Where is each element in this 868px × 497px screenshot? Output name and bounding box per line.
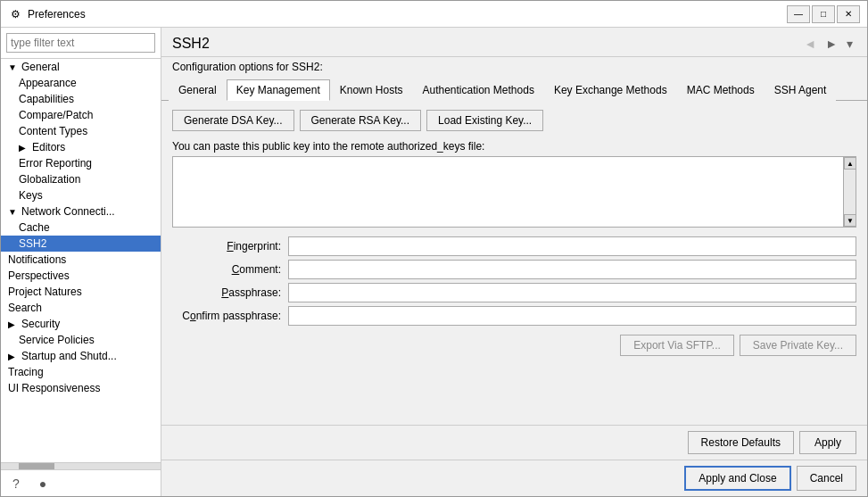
tab-key-management[interactable]: Key Management <box>227 79 330 101</box>
comment-input[interactable] <box>288 260 856 279</box>
maximize-button[interactable]: □ <box>812 5 835 23</box>
passphrase-input[interactable] <box>288 283 856 302</box>
sidebar: ▼ General Appearance Capabilities Compar… <box>1 28 161 496</box>
sidebar-item-service-policies[interactable]: Service Policies <box>1 332 161 348</box>
sidebar-item-ssh2[interactable]: SSH2 <box>1 236 161 252</box>
sidebar-item-security[interactable]: ▶ Security <box>1 316 161 332</box>
expand-icon: ▶ <box>8 319 19 329</box>
minimize-button[interactable]: — <box>787 5 810 23</box>
scroll-track <box>844 170 856 214</box>
tab-known-hosts[interactable]: Known Hosts <box>330 79 413 101</box>
comment-label: Comment: <box>172 263 288 276</box>
fingerprint-label: Fingerprint: <box>172 240 288 253</box>
nav-arrows: ◄ ► ▾ <box>800 35 856 53</box>
panel-subtitle: Configuration options for SSH2: <box>161 57 867 79</box>
comment-row: Comment: <box>172 260 856 279</box>
expand-icon: ▶ <box>8 352 19 361</box>
sidebar-item-label: Service Policies <box>19 334 95 346</box>
sidebar-item-label: Notifications <box>8 253 66 266</box>
title-bar: ⚙ Preferences — □ ✕ <box>1 1 867 28</box>
sidebar-item-label: Security <box>21 318 60 330</box>
help-button[interactable]: ? <box>6 474 26 493</box>
tab-key-exchange-methods[interactable]: Key Exchange Methods <box>544 79 677 101</box>
scroll-thumb <box>19 463 54 469</box>
sidebar-item-label: Tracing <box>8 366 44 378</box>
sidebar-item-label: Appearance <box>19 77 77 89</box>
export-sftp-button[interactable]: Export Via SFTP... <box>620 335 734 356</box>
tab-label: Authentication Methods <box>422 84 533 96</box>
sidebar-hscroll[interactable] <box>1 462 161 469</box>
sidebar-tree: ▼ General Appearance Capabilities Compar… <box>1 59 161 462</box>
sidebar-item-startup-shutdown[interactable]: ▶ Startup and Shutd... <box>1 348 161 364</box>
sidebar-item-capabilities[interactable]: Capabilities <box>1 91 161 107</box>
main-content: ▼ General Appearance Capabilities Compar… <box>1 28 867 496</box>
sidebar-item-compare-patch[interactable]: Compare/Patch <box>1 107 161 123</box>
sidebar-item-label: Globalization <box>19 173 80 186</box>
tab-ssh-agent[interactable]: SSH Agent <box>765 79 837 101</box>
sidebar-item-keys[interactable]: Keys <box>1 187 161 203</box>
nav-dropdown-button[interactable]: ▾ <box>843 35 856 53</box>
apply-button[interactable]: Apply <box>799 431 856 454</box>
generate-rsa-button[interactable]: Generate RSA Key... <box>300 110 422 131</box>
textarea-scrollbar: ▲ ▼ <box>843 157 856 227</box>
tab-general[interactable]: General <box>169 79 227 101</box>
load-existing-button[interactable]: Load Existing Key... <box>426 110 543 131</box>
paste-info-text: You can paste this public key into the r… <box>172 140 856 153</box>
sidebar-item-ui-responsiveness[interactable]: UI Responsiveness <box>1 380 161 396</box>
tab-mac-methods[interactable]: MAC Methods <box>677 79 765 101</box>
bottom-right: Restore Defaults Apply <box>688 431 856 454</box>
window-title: Preferences <box>28 8 787 21</box>
tab-authentication-methods[interactable]: Authentication Methods <box>412 79 543 101</box>
button-label: Export Via SFTP... <box>633 339 721 352</box>
sidebar-item-label: Perspectives <box>8 269 70 282</box>
settings-button[interactable]: ● <box>33 474 53 493</box>
generate-dsa-button[interactable]: Generate DSA Key... <box>172 110 294 131</box>
sidebar-item-search[interactable]: Search <box>1 300 161 316</box>
passphrase-row: Passphrase: <box>172 283 856 302</box>
sidebar-item-notifications[interactable]: Notifications <box>1 252 161 268</box>
confirm-passphrase-label: Confirm passphrase: <box>172 310 288 322</box>
sidebar-item-tracing[interactable]: Tracing <box>1 364 161 380</box>
save-private-key-button[interactable]: Save Private Key... <box>740 335 856 356</box>
expand-icon: ▼ <box>8 207 19 217</box>
public-key-textarea[interactable]: ▲ ▼ <box>172 156 856 228</box>
bottom-bar: Restore Defaults Apply <box>161 425 867 460</box>
sidebar-item-editors[interactable]: ▶ Editors <box>1 139 161 155</box>
cancel-button[interactable]: Cancel <box>797 466 856 491</box>
sidebar-item-perspectives[interactable]: Perspectives <box>1 268 161 284</box>
sidebar-item-label: General <box>21 61 60 73</box>
content-area: Generate DSA Key... Generate RSA Key... … <box>161 101 867 425</box>
tab-label: Known Hosts <box>340 84 403 96</box>
sidebar-item-globalization[interactable]: Globalization <box>1 171 161 187</box>
tab-label: Key Management <box>236 84 320 96</box>
scroll-up-arrow[interactable]: ▲ <box>844 157 856 170</box>
title-bar-controls: — □ ✕ <box>787 5 860 23</box>
apply-and-close-button[interactable]: Apply and Close <box>684 466 790 491</box>
tab-label: Key Exchange Methods <box>554 84 667 96</box>
sidebar-item-label: Keys <box>19 189 43 202</box>
sidebar-item-network-connections[interactable]: ▼ Network Connecti... <box>1 203 161 220</box>
sidebar-item-error-reporting[interactable]: Error Reporting <box>1 155 161 171</box>
nav-back-button[interactable]: ◄ <box>800 35 820 53</box>
sidebar-item-project-natures[interactable]: Project Natures <box>1 284 161 300</box>
sidebar-item-general[interactable]: ▼ General <box>1 59 161 75</box>
confirm-passphrase-input[interactable] <box>288 306 856 326</box>
expand-icon: ▶ <box>19 143 29 153</box>
tabs-bar: General Key Management Known Hosts Authe… <box>161 79 867 101</box>
restore-defaults-button[interactable]: Restore Defaults <box>688 431 794 454</box>
search-input[interactable] <box>6 33 155 53</box>
nav-forward-button[interactable]: ► <box>822 35 841 53</box>
fingerprint-row: Fingerprint: <box>172 236 856 256</box>
sidebar-item-label: SSH2 <box>19 237 46 250</box>
sidebar-item-label: Startup and Shutd... <box>21 350 117 362</box>
button-label: Generate RSA Key... <box>311 114 410 127</box>
sidebar-bottom: ? ● <box>1 469 161 496</box>
close-button[interactable]: ✕ <box>837 5 860 23</box>
sidebar-item-cache[interactable]: Cache <box>1 220 161 236</box>
sidebar-item-appearance[interactable]: Appearance <box>1 75 161 91</box>
sidebar-item-label: Network Connecti... <box>21 205 115 218</box>
fingerprint-input[interactable] <box>288 236 856 256</box>
scroll-down-arrow[interactable]: ▼ <box>844 214 856 227</box>
confirm-passphrase-row: Confirm passphrase: <box>172 306 856 326</box>
sidebar-item-content-types[interactable]: Content Types <box>1 123 161 139</box>
